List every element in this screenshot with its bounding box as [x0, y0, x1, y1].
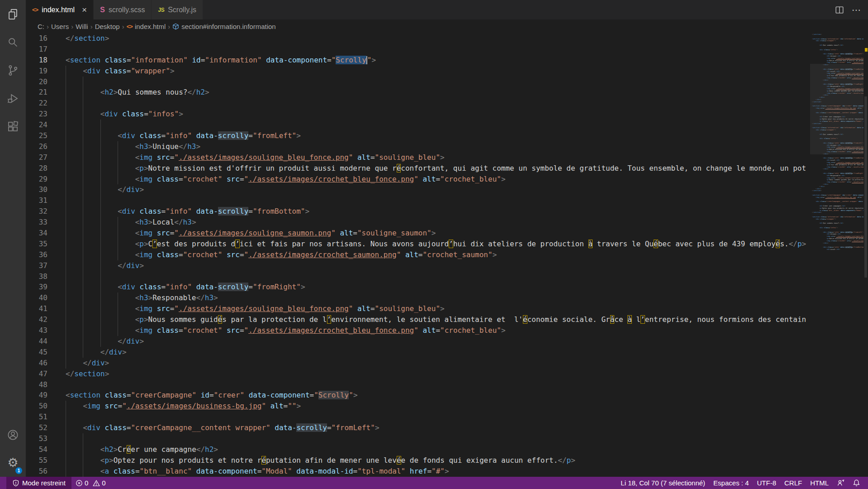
encoding-item[interactable]: UTF-8 [753, 477, 780, 489]
cursor-position-item[interactable]: Li 18, Col 70 (7 sélectionné) [617, 477, 709, 489]
line-number[interactable]: 37 [26, 260, 47, 271]
code-line[interactable]: 25<div class="info" data-scrolly="fromLe… [26, 130, 868, 141]
language-mode-item[interactable]: HTML [806, 477, 833, 489]
code-line[interactable]: 56<a class="btn__blanc" data-component="… [26, 466, 868, 477]
code-line[interactable]: 46</div> [26, 358, 868, 369]
line-number[interactable]: 19 [26, 66, 47, 77]
code-line[interactable]: 24 [26, 120, 868, 130]
eol-item[interactable]: CRLF [780, 477, 806, 489]
line-number[interactable]: 40 [26, 292, 47, 303]
code-line[interactable]: 41<img src="./assets/images/souligne_ble… [26, 303, 868, 314]
account-icon[interactable] [0, 421, 26, 449]
line-number[interactable]: 16 [26, 33, 47, 44]
code-line[interactable]: 27<img src="./assets/images/souligne_ble… [26, 152, 868, 163]
code-line[interactable]: 37</div> [26, 260, 868, 271]
settings-gear-icon[interactable]: ⚙ 1 [0, 449, 26, 477]
line-number[interactable]: 33 [26, 217, 47, 228]
line-number[interactable]: 52 [26, 422, 47, 433]
code-line[interactable]: 26<h3>Unique</h3> [26, 141, 868, 152]
line-number[interactable]: 24 [26, 120, 47, 130]
code-line[interactable]: 29<img class="crochet" src="./assets/ima… [26, 174, 868, 185]
line-number[interactable]: 17 [26, 44, 47, 55]
code-line[interactable]: 50<img src="./assets/images/business-bg.… [26, 401, 868, 412]
code-line[interactable]: 20 [26, 77, 868, 87]
notifications-bell-icon[interactable] [849, 477, 864, 489]
line-number[interactable]: 25 [26, 130, 47, 141]
line-number[interactable]: 18 [26, 55, 47, 66]
code-line[interactable]: 44</div> [26, 336, 868, 347]
code-line[interactable]: 28<p>Notre mission est d'offrir un produ… [26, 163, 868, 174]
code-line[interactable]: 23<div class="infos"> [26, 109, 868, 120]
line-number[interactable]: 45 [26, 347, 47, 358]
line-number[interactable]: 42 [26, 314, 47, 325]
line-number[interactable]: 51 [26, 412, 47, 422]
line-number[interactable]: 56 [26, 466, 47, 477]
code-line[interactable]: 34<img src="./assets/images/souligne_sau… [26, 228, 868, 239]
code-line[interactable]: 31 [26, 195, 868, 206]
problems-item[interactable]: 0 0 [71, 477, 113, 489]
line-number[interactable]: 21 [26, 87, 47, 98]
restricted-mode-item[interactable]: Mode restreint [6, 477, 71, 489]
code-line[interactable]: 35<p>C’est des produits d’ici et fais pa… [26, 239, 868, 249]
line-number[interactable]: 47 [26, 369, 47, 379]
code-line[interactable]: 16</section> [26, 33, 868, 44]
breadcrumb-item[interactable]: C: [38, 23, 44, 30]
line-number[interactable]: 30 [26, 184, 47, 195]
line-number[interactable]: 49 [26, 390, 47, 401]
code-line[interactable]: 39<div class="info" data-scrolly="fromRi… [26, 282, 868, 292]
line-number[interactable]: 35 [26, 239, 47, 249]
line-number[interactable]: 36 [26, 249, 47, 260]
breadcrumb-item[interactable]: Willi [76, 23, 88, 30]
code-area[interactable]: 16</section>1718<section class="informat… [26, 33, 868, 477]
line-number[interactable]: 50 [26, 401, 47, 412]
code-line[interactable]: 40<h3>Responable</h3> [26, 292, 868, 303]
code-line[interactable]: 42<p>Nous sommes guidés par la protectio… [26, 314, 868, 325]
code-line[interactable]: 38 [26, 271, 868, 282]
code-line[interactable]: 36<img class="crochet" src="./assets/ima… [26, 249, 868, 260]
code-line[interactable]: 19<div class="wrapper"> [26, 66, 868, 77]
tab-index-html[interactable]: <> index.html × [26, 0, 94, 19]
breadcrumb-item[interactable]: Users [51, 23, 69, 30]
line-number[interactable]: 53 [26, 433, 47, 444]
line-number[interactable]: 20 [26, 77, 47, 87]
line-number[interactable]: 55 [26, 455, 47, 466]
breadcrumb-item-symbol[interactable]: section#information.information [172, 23, 275, 30]
line-number[interactable]: 39 [26, 282, 47, 292]
line-number[interactable]: 32 [26, 206, 47, 217]
line-number[interactable]: 54 [26, 444, 47, 455]
line-number[interactable]: 26 [26, 141, 47, 152]
minimap[interactable]: </section><section class="information" i… [810, 33, 863, 477]
line-number[interactable]: 29 [26, 174, 47, 185]
code-line[interactable]: 47</section> [26, 369, 868, 379]
code-line[interactable]: 54<h2>Créer une campagne</h2> [26, 444, 868, 455]
code-line[interactable]: 33<h3>Local</h3> [26, 217, 868, 228]
minimap-slider[interactable] [810, 64, 863, 154]
code-line[interactable]: 51 [26, 412, 868, 422]
search-icon[interactable] [0, 28, 26, 56]
scrollbar-thumb[interactable] [864, 96, 867, 278]
code-line[interactable]: 52<div class="creerCampagne__content wra… [26, 422, 868, 433]
run-and-debug-icon[interactable] [0, 84, 26, 112]
line-number[interactable]: 48 [26, 379, 47, 390]
extensions-icon[interactable] [0, 112, 26, 140]
line-number[interactable]: 28 [26, 163, 47, 174]
tab-scrolly-js[interactable]: JS Scrolly.js [152, 0, 203, 19]
code-line[interactable]: 32<div class="info" data-scrolly="fromBo… [26, 206, 868, 217]
line-number[interactable]: 41 [26, 303, 47, 314]
code-line[interactable]: 45</div> [26, 347, 868, 358]
code-line[interactable]: 49<section class="creerCampagne" id="cre… [26, 390, 868, 401]
explorer-icon[interactable] [0, 0, 26, 28]
code-line[interactable]: 21<h2>Qui sommes nous?</h2> [26, 87, 868, 98]
code-line[interactable]: 55<p>Optez pour nos produits et notre ré… [26, 455, 868, 466]
code-line[interactable]: 53 [26, 433, 868, 444]
breadcrumb-item-file[interactable]: <> index.html [127, 23, 166, 30]
line-number[interactable]: 44 [26, 336, 47, 347]
close-icon[interactable]: × [82, 5, 87, 14]
source-control-icon[interactable] [0, 56, 26, 84]
line-number[interactable]: 38 [26, 271, 47, 282]
code-line[interactable]: 43<img class="crochet" src="./assets/ima… [26, 325, 868, 336]
line-number[interactable]: 23 [26, 109, 47, 120]
line-number[interactable]: 43 [26, 325, 47, 336]
line-number[interactable]: 46 [26, 358, 47, 369]
feedback-icon[interactable] [833, 477, 849, 489]
